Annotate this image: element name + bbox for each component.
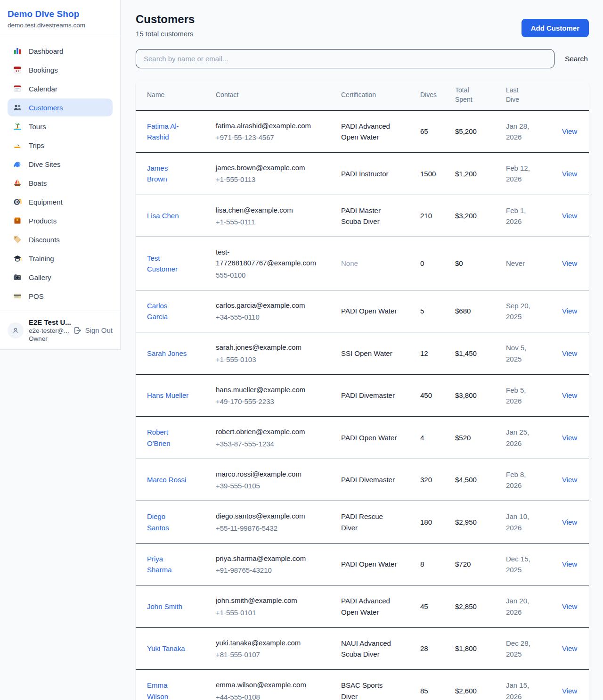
customer-email: hans.mueller@example.com — [216, 384, 330, 395]
sidebar-item-equipment[interactable]: Equipment — [8, 193, 113, 211]
customer-name-link[interactable]: Test Customer — [147, 254, 178, 273]
tear-calendar-icon — [13, 84, 22, 93]
search-input[interactable] — [136, 49, 554, 68]
island-icon — [13, 122, 22, 131]
sidebar-item-products[interactable]: Products — [8, 212, 113, 230]
table-row: Carlos Garcia carlos.garcia@example.com … — [136, 290, 589, 332]
sign-out-button[interactable]: Sign Out — [73, 326, 113, 335]
customer-total-spent: $1,200 — [449, 153, 500, 195]
customer-phone: +971-55-123-4567 — [216, 132, 330, 143]
page-subtitle: 15 total customers — [136, 30, 195, 38]
column-header-dives: Dives — [415, 80, 449, 110]
box-icon — [13, 216, 22, 225]
customer-certification: PADI Advanced Open Water — [335, 585, 415, 628]
customer-total-spent: $3,200 — [449, 195, 500, 237]
view-customer-link[interactable]: View — [562, 560, 577, 568]
customer-name-link[interactable]: James Brown — [147, 164, 168, 183]
customer-name-link[interactable]: Emma Wilson — [147, 681, 168, 700]
customer-email: yuki.tanaka@example.com — [216, 637, 330, 648]
view-customer-link[interactable]: View — [562, 170, 577, 178]
customer-email: emma.wilson@example.com — [216, 679, 330, 690]
view-customer-link[interactable]: View — [562, 349, 577, 357]
view-customer-link[interactable]: View — [562, 644, 577, 652]
view-customer-link[interactable]: View — [562, 307, 577, 315]
sidebar-item-customers[interactable]: Customers — [8, 99, 113, 116]
customer-dives: 12 — [415, 332, 449, 375]
customer-last-dive: Dec 28, 2025 — [500, 627, 550, 670]
column-header-contact: Contact — [210, 80, 335, 110]
customer-total-spent: $520 — [449, 417, 500, 459]
view-customer-link[interactable]: View — [562, 434, 577, 442]
view-customer-link[interactable]: View — [562, 391, 577, 399]
user-meta: E2E Test U... e2e-tester@... Owner — [29, 318, 68, 342]
customer-email: diego.santos@example.com — [216, 511, 330, 521]
view-customer-link[interactable]: View — [562, 476, 577, 484]
sidebar-item-boats[interactable]: Boats — [8, 174, 113, 192]
customer-name-link[interactable]: John Smith — [147, 602, 182, 610]
table-row: Marco Rossi marco.rossi@example.com +39-… — [136, 459, 589, 501]
customer-name-link[interactable]: Fatima Al-Rashid — [147, 122, 179, 141]
customer-phone: +1-555-0103 — [216, 354, 330, 365]
people-icon — [13, 103, 22, 112]
sidebar-item-dashboard[interactable]: Dashboard — [8, 42, 113, 60]
sidebar-item-tours[interactable]: Tours — [8, 117, 113, 135]
customer-last-dive: Jan 28, 2026 — [500, 110, 550, 153]
user-email: e2e-tester@... — [29, 327, 68, 334]
shop-name: Demo Dive Shop — [8, 9, 113, 19]
view-customer-link[interactable]: View — [562, 259, 577, 267]
sidebar-item-discounts[interactable]: Discounts — [8, 231, 113, 248]
customer-email: john.smith@example.com — [216, 595, 330, 606]
user-box: E2E Test U... e2e-tester@... Owner Sign … — [0, 311, 120, 349]
customer-certification: PADI Advanced Open Water — [335, 110, 415, 153]
title-row: Customers 15 total customers Add Custome… — [136, 13, 589, 38]
view-customer-link[interactable]: View — [562, 518, 577, 526]
table-row: Test Customer test-1772681807767@example… — [136, 237, 589, 290]
sidebar-item-pos[interactable]: POS — [8, 287, 113, 305]
customer-name-link[interactable]: Priya Sharma — [147, 555, 172, 574]
sign-out-label: Sign Out — [85, 326, 113, 334]
customer-name-link[interactable]: Robert O'Brien — [147, 428, 171, 447]
sidebar-item-dive-sites[interactable]: Dive Sites — [8, 155, 113, 173]
customer-email: priya.sharma@example.com — [216, 553, 330, 564]
column-header-name: Name — [136, 80, 210, 110]
customer-phone: +39-555-0105 — [216, 480, 330, 491]
graduation-cap-icon — [13, 254, 22, 263]
customer-dives: 85 — [415, 670, 449, 700]
customer-certification: NAUI Advanced Scuba Diver — [335, 627, 415, 670]
sidebar-item-gallery[interactable]: Gallery — [8, 268, 113, 286]
sidebar-item-training[interactable]: Training — [8, 249, 113, 267]
customer-name-link[interactable]: Yuki Tanaka — [147, 644, 185, 652]
customer-last-dive: Dec 15, 2025 — [500, 543, 550, 585]
table-header-row: NameContactCertificationDivesTotal Spent… — [136, 80, 589, 110]
customer-phone: +49-170-555-2233 — [216, 396, 330, 407]
sidebar-item-calendar[interactable]: Calendar — [8, 80, 113, 98]
customer-email: sarah.jones@example.com — [216, 342, 330, 353]
customer-name-link[interactable]: Diego Santos — [147, 512, 169, 531]
view-customer-link[interactable]: View — [562, 212, 577, 220]
add-customer-button[interactable]: Add Customer — [522, 19, 589, 37]
customer-phone: +34-555-0110 — [216, 312, 330, 322]
customer-certification: PADI Divemaster — [335, 459, 415, 501]
user-name: E2E Test U... — [29, 318, 68, 326]
table-row: Emma Wilson emma.wilson@example.com +44-… — [136, 670, 589, 700]
customer-name-link[interactable]: Marco Rossi — [147, 476, 186, 484]
view-customer-link[interactable]: View — [562, 127, 577, 135]
customer-name-link[interactable]: Carlos Garcia — [147, 302, 168, 321]
customer-name-link[interactable]: Lisa Chen — [147, 212, 179, 220]
table-row: John Smith john.smith@example.com +1-555… — [136, 585, 589, 628]
view-customer-link[interactable]: View — [562, 602, 577, 610]
customer-name-link[interactable]: Hans Mueller — [147, 391, 188, 399]
search-button[interactable]: Search — [564, 53, 589, 65]
customer-phone: +44-555-0108 — [216, 692, 330, 700]
customer-dives: 320 — [415, 459, 449, 501]
customer-name-link[interactable]: Sarah Jones — [147, 349, 187, 357]
customer-certification: PADI Open Water — [335, 290, 415, 332]
sidebar-item-trips[interactable]: Trips — [8, 136, 113, 154]
view-customer-link[interactable]: View — [562, 687, 577, 695]
customer-certification: BSAC Sports Diver — [335, 670, 415, 700]
shop-domain: demo.test.divestreams.com — [8, 22, 113, 29]
user-role: Owner — [29, 335, 68, 342]
sidebar-item-bookings[interactable]: 17 Bookings — [8, 61, 113, 79]
sign-out-icon — [73, 326, 82, 335]
customer-email: lisa.chen@example.com — [216, 205, 330, 215]
